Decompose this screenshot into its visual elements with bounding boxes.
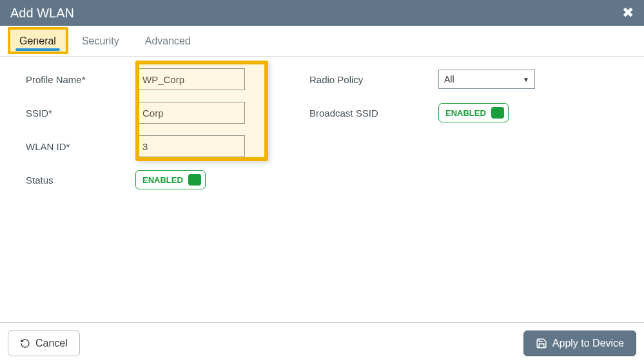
cancel-button[interactable]: Cancel bbox=[8, 330, 80, 356]
toggle-knob-icon bbox=[491, 107, 504, 119]
tabs: General Security Advanced bbox=[0, 26, 644, 57]
ssid-input[interactable] bbox=[135, 102, 245, 124]
radio-policy-select[interactable]: All ▼ bbox=[438, 70, 535, 89]
wlan-id-input[interactable] bbox=[135, 135, 245, 157]
tab-general[interactable]: General bbox=[6, 29, 69, 53]
cancel-button-label: Cancel bbox=[35, 338, 68, 349]
apply-button-label: Apply to Device bbox=[552, 338, 624, 349]
ssid-label: SSID* bbox=[26, 108, 135, 119]
radio-policy-label: Radio Policy bbox=[309, 74, 438, 85]
profile-name-input[interactable] bbox=[135, 68, 245, 90]
tab-advanced[interactable]: Advanced bbox=[132, 29, 204, 53]
status-toggle-text: ENABLED bbox=[142, 175, 183, 185]
tab-security[interactable]: Security bbox=[69, 29, 132, 53]
content: Profile Name* SSID* WLAN ID* Status ENAB… bbox=[0, 57, 644, 214]
undo-icon bbox=[20, 338, 30, 349]
close-icon[interactable]: ✖ bbox=[622, 5, 634, 21]
dialog-title: Add WLAN bbox=[10, 6, 74, 21]
apply-button[interactable]: Apply to Device bbox=[523, 330, 636, 356]
status-toggle[interactable]: ENABLED bbox=[135, 170, 206, 189]
chevron-down-icon: ▼ bbox=[523, 76, 529, 83]
broadcast-ssid-toggle[interactable]: ENABLED bbox=[438, 103, 509, 122]
wlan-id-label: WLAN ID* bbox=[26, 141, 135, 152]
broadcast-ssid-label: Broadcast SSID bbox=[309, 108, 438, 119]
left-column: Profile Name* SSID* WLAN ID* Status ENAB… bbox=[26, 68, 271, 202]
footer: Cancel Apply to Device bbox=[0, 322, 644, 364]
toggle-knob-icon bbox=[188, 174, 201, 186]
status-label: Status bbox=[26, 175, 135, 186]
profile-name-label: Profile Name* bbox=[26, 74, 135, 85]
radio-policy-value: All bbox=[444, 74, 454, 84]
broadcast-ssid-toggle-text: ENABLED bbox=[445, 108, 486, 118]
dialog-header: Add WLAN ✖ bbox=[0, 0, 644, 26]
save-icon bbox=[536, 338, 547, 349]
right-column: Radio Policy All ▼ Broadcast SSID ENABLE… bbox=[309, 68, 580, 202]
